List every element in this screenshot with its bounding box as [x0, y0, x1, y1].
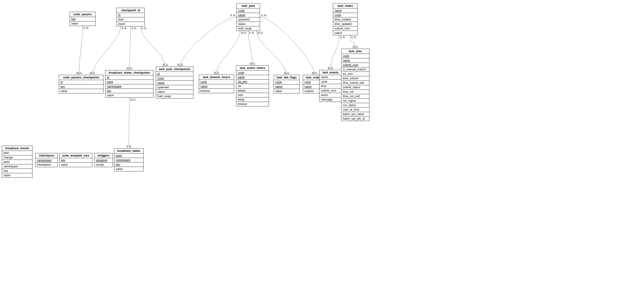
relationship-edge [130, 26, 131, 70]
relationship-edge [129, 98, 130, 148]
entity-field: value [106, 93, 153, 98]
entity-field: status [156, 90, 193, 94]
entity-title: task_timeout_timers [199, 75, 234, 80]
cardinality-to: {0,1} [90, 72, 95, 74]
entity-field: key [60, 158, 92, 163]
entity-broadcast_states_checkpoints: broadcast_states_checkpointsidpointnames… [105, 70, 154, 98]
entity-field: key [70, 17, 95, 22]
cardinality-to: {0,1} [328, 66, 333, 70]
entity-field: hold_swap [237, 26, 260, 30]
entity-field: spawned [156, 85, 193, 90]
cardinality-from: {0,1} [241, 31, 246, 34]
entity-field: cycle [274, 80, 299, 84]
edges-layer [0, 0, 644, 294]
entity-field: status [237, 22, 260, 26]
entity-field: is_manual_submit [342, 67, 369, 72]
entity-broadcast_events: broadcast_eventstimechangepointnamespace… [2, 146, 32, 178]
cardinality-to: {0,1} [76, 72, 82, 74]
entity-field: key [114, 162, 143, 167]
entity-broadcast_states: broadcast_statespointnamespacekeyvalue [114, 148, 144, 171]
cardinality-from: 0..N [142, 27, 146, 30]
cardinality-from: 0..N [230, 14, 235, 17]
entity-title: broadcast_events [2, 146, 32, 151]
entity-title: task_states [333, 4, 358, 8]
relationship-edge [79, 26, 83, 75]
entity-field: run_signal [342, 99, 369, 103]
entity-field: value [59, 89, 103, 93]
entity-title: suite_template_vars [60, 153, 92, 158]
cardinality-to: {0,1} [353, 46, 358, 48]
cardinality-from: 0..N [132, 27, 136, 30]
entity-field: value [114, 167, 143, 171]
entity-title: task_jobs [342, 49, 369, 54]
entity-field: value [2, 173, 32, 178]
cardinality-to: {0,1} [178, 63, 183, 66]
entity-field: spawned [237, 18, 260, 22]
entity-field: message [320, 98, 342, 102]
cardinality-from: {0,1} [130, 98, 136, 101]
relationship-edge [92, 26, 121, 75]
relationship-edge [248, 31, 252, 66]
entity-field: time_updated [333, 22, 358, 26]
entity-field: value [274, 89, 299, 93]
cardinality-from: 0..N [84, 26, 88, 29]
entity-field: submit_num [342, 63, 369, 67]
entity-checkpoint_id: checkpoint_ididtimeevent [116, 8, 145, 26]
entity-task_states: task_statesnamecycletime_createdtime_upd… [333, 3, 358, 35]
entity-field: id [117, 13, 144, 18]
entity-field: delay [236, 98, 269, 102]
entity-field: timeout [236, 102, 269, 106]
entity-field: id [156, 72, 193, 76]
entity-field: name [320, 75, 342, 80]
entity-field: time [2, 151, 32, 155]
entity-field: delays [236, 88, 269, 93]
entity-title: task_events [320, 70, 342, 75]
entity-field: try_num [342, 72, 369, 76]
entity-field: timeout [199, 89, 234, 93]
entity-field: namespace [106, 84, 153, 89]
entity-title: broadcast_states [114, 148, 143, 154]
entity-field: namespace [114, 158, 143, 162]
entity-task_jobs: task_jobscyclenamesubmit_numis_manual_su… [341, 49, 370, 121]
entity-field: inheritance [36, 163, 58, 167]
entity-field: event [320, 93, 342, 98]
cardinality-to: {0,1} [126, 67, 132, 70]
entity-field: point [114, 154, 143, 158]
entity-field: run_status [342, 103, 369, 108]
entity-field: name [342, 58, 369, 63]
entity-field: time_created [333, 18, 358, 22]
entity-field: submit_num [333, 26, 358, 31]
entity-task_timeout_timers: task_timeout_timerscyclenametimeout [199, 74, 234, 93]
entity-title: task_pool [237, 4, 260, 8]
entity-field: value [70, 22, 95, 26]
entity-field: time_run [342, 90, 369, 94]
cardinality-from: 0..N [351, 36, 356, 38]
entity-title: task_pool_checkpoints [156, 67, 193, 72]
entity-title: suite_params [70, 12, 95, 17]
entity-field: submit_num [320, 88, 342, 93]
entity-task_pool: task_poolcyclenamespawnedstatushold_swap [236, 3, 260, 31]
entity-field: event [117, 22, 144, 26]
entity-field: ctx [236, 84, 269, 88]
entity-field: change [2, 155, 32, 160]
entity-field: name [156, 81, 193, 85]
cardinality-to: {0,1} [162, 63, 168, 66]
entity-field: value [60, 163, 92, 167]
entity-task_late_flags: task_late_flagscyclenamevalue [274, 75, 300, 94]
entity-field: name [236, 75, 269, 80]
entity-field: cycle [237, 8, 260, 13]
entity-field: cycle [320, 80, 342, 84]
entity-field: hold_swap [156, 94, 193, 98]
entity-title: checkpoint_id [117, 8, 144, 13]
entity-field: submit_status [342, 85, 369, 90]
cardinality-from: 0..N [249, 31, 254, 34]
entity-field: cycle [199, 80, 234, 84]
entity-field: time_run_exit [342, 94, 369, 99]
entity-field: key [2, 169, 32, 173]
entity-title: inheritance [36, 153, 58, 158]
cardinality-to: {0,1} [312, 72, 318, 74]
entity-task_events: task_eventsnamecycletimesubmit_numeventm… [319, 70, 342, 102]
entity-field: id [59, 80, 103, 84]
cardinality-from: {0,1} [258, 31, 263, 34]
entity-field: id [106, 75, 153, 80]
